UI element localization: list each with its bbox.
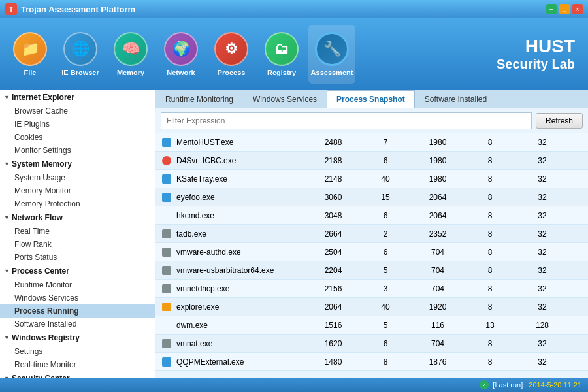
sidebar-item-system-usage[interactable]: System Usage <box>0 171 155 184</box>
process-col: 2064 <box>412 193 464 202</box>
process-col: 32 <box>516 156 568 165</box>
sidebar-item-software-installed[interactable]: Software Installed <box>0 318 155 331</box>
toolbar-assessment[interactable]: 🔧 Assessment <box>308 25 355 84</box>
refresh-button[interactable]: Refresh <box>536 113 583 129</box>
process-col: 8 <box>464 302 516 312</box>
sidebar-group-header-security-center[interactable]: Security Center <box>0 371 155 378</box>
sidebar-item-ports-status[interactable]: Ports Status <box>0 251 155 264</box>
maximize-button[interactable]: □ <box>559 4 570 14</box>
sidebar-item-monitor-settings[interactable]: Monitor Settings <box>0 144 155 157</box>
process-col: 704 <box>412 266 464 275</box>
tab-runtime-monitoring[interactable]: Runtime Monitoring <box>155 90 243 108</box>
table-row[interactable]: vmware-usbarbitrator64.exe22045704832 <box>155 261 588 280</box>
process-col: 3048 <box>307 211 359 220</box>
process-col: 128 <box>516 321 568 330</box>
table-row[interactable]: MentoHUST.exe248871980832 <box>155 133 588 152</box>
brand-sub: Security Lab <box>497 57 575 72</box>
sidebar-group-header-windows-registry[interactable]: Windows Registry <box>0 331 155 345</box>
toolbar-ie[interactable]: 🌐 IE Browser <box>57 25 104 84</box>
file-icon: 📁 <box>13 32 47 66</box>
sidebar-item-realtime-monitor[interactable]: Real-time Monitor <box>0 358 155 371</box>
process-col: 5 <box>359 321 412 330</box>
process-col: 704 <box>412 339 464 348</box>
sidebar-item-windows-services[interactable]: Windows Services <box>0 291 155 304</box>
tab-software-installed[interactable]: Software Installed <box>415 90 497 108</box>
tab-windows-services[interactable]: Windows Services <box>243 90 327 108</box>
process-col: 2156 <box>307 284 359 293</box>
toolbar-process[interactable]: ⚙ Process <box>208 25 255 84</box>
toolbar-memory[interactable]: 🧠 Memory <box>107 25 154 84</box>
minimize-button[interactable]: − <box>546 4 557 14</box>
sidebar-item-real-time[interactable]: Real Time <box>0 225 155 238</box>
table-row[interactable]: D4Svr_ICBC.exe218861980832 <box>155 152 588 170</box>
process-icon <box>161 191 172 203</box>
network-icon: 🌍 <box>164 32 198 66</box>
table-row[interactable]: vmnetdhcp.exe21563704832 <box>155 280 588 298</box>
sidebar-group-header-internet-explorer[interactable]: Internet Explorer <box>0 90 155 105</box>
process-col: 32 <box>516 193 568 202</box>
process-col: 3060 <box>307 193 359 202</box>
brand-name: HUST <box>497 37 575 57</box>
process-name: explorer.exe <box>176 302 307 312</box>
close-button[interactable]: × <box>572 4 583 14</box>
process-col: 3 <box>359 284 412 293</box>
toolbar-assessment-label: Assessment <box>311 69 353 76</box>
process-name: hkcmd.exe <box>176 211 307 220</box>
table-row[interactable]: QQPMExternal.exe148081876832 <box>155 353 588 371</box>
sidebar-item-memory-monitor[interactable]: Memory Monitor <box>0 184 155 197</box>
table-row[interactable]: hkcmd.exe304862064832 <box>155 206 588 225</box>
sidebar-item-memory-protection[interactable]: Memory Protection <box>0 197 155 210</box>
toolbar-network[interactable]: 🌍 Network <box>157 25 204 84</box>
process-col: 32 <box>516 266 568 275</box>
table-row[interactable]: eyefoo.exe3060152064832 <box>155 188 588 206</box>
sidebar-group-header-process-center[interactable]: Process Center <box>0 264 155 278</box>
sidebar-item-ie-plugins[interactable]: IE Plugins <box>0 118 155 131</box>
process-col: 32 <box>516 211 568 220</box>
process-col: 8 <box>464 138 516 147</box>
table-row[interactable]: vmnat.exe16206704832 <box>155 335 588 353</box>
table-row[interactable]: KSafeTray.exe2148401980832 <box>155 170 588 188</box>
process-col: 1480 <box>307 357 359 367</box>
sidebar-item-runtime-monitor[interactable]: Runtime Monitor <box>0 278 155 291</box>
tab-process-snapshot[interactable]: Process Snapshot <box>327 90 415 108</box>
sidebar-item-flow-rank[interactable]: Flow Rank <box>0 238 155 251</box>
process-icon <box>161 173 172 185</box>
process-col: 8 <box>464 284 516 293</box>
table-row[interactable]: explorer.exe2064401920832 <box>155 298 588 316</box>
process-icon-folder <box>162 303 171 311</box>
process-icon-gray <box>162 266 171 275</box>
table-row[interactable]: dwm.exe1516511613128 <box>155 316 588 335</box>
table-row[interactable]: tadb.exe266422352832 <box>155 225 588 243</box>
process-col: 2064 <box>307 302 359 312</box>
table-row[interactable]: vmware-authd.exe25046704832 <box>155 243 588 261</box>
toolbar-file[interactable]: 📁 File <box>7 25 54 84</box>
process-col: 7 <box>359 138 412 147</box>
process-col: 8 <box>464 193 516 202</box>
process-col: 6 <box>359 211 412 220</box>
sidebar-item-cookies[interactable]: Cookies <box>0 131 155 144</box>
toolbar-network-label: Network <box>167 69 195 76</box>
filter-input[interactable] <box>161 112 532 129</box>
sidebar-item-settings[interactable]: Settings <box>0 345 155 358</box>
process-icon-red <box>162 156 171 165</box>
process-col: 5 <box>359 266 412 275</box>
process-col: 1980 <box>412 174 464 184</box>
process-col: 8 <box>464 211 516 220</box>
process-name: vmware-usbarbitrator64.exe <box>176 266 307 275</box>
toolbar-registry[interactable]: 🗂 Registry <box>258 25 305 84</box>
sidebar-group-header-system-memory[interactable]: System Memory <box>0 157 155 171</box>
sidebar-item-process-running[interactable]: Process Running <box>0 304 155 318</box>
toolbar-registry-label: Registry <box>267 69 296 76</box>
sidebar-group-network-flow: Network FlowReal TimeFlow RankPorts Stat… <box>0 210 155 264</box>
process-icon <box>161 155 172 167</box>
process-col: 2188 <box>307 156 359 165</box>
sidebar-group-header-network-flow[interactable]: Network Flow <box>0 210 155 225</box>
sidebar-group-system-memory: System MemorySystem UsageMemory MonitorM… <box>0 157 155 210</box>
process-table: MentoHUST.exe248871980832D4Svr_ICBC.exe2… <box>155 133 588 378</box>
title-bar: T Trojan Assessment Platform − □ × <box>0 0 588 18</box>
sidebar-item-browser-cache[interactable]: Browser Cache <box>0 105 155 118</box>
process-icon-gray <box>162 339 171 348</box>
process-col: 1620 <box>307 339 359 348</box>
process-icon-blue <box>162 138 171 147</box>
process-icon-blue <box>162 174 171 184</box>
